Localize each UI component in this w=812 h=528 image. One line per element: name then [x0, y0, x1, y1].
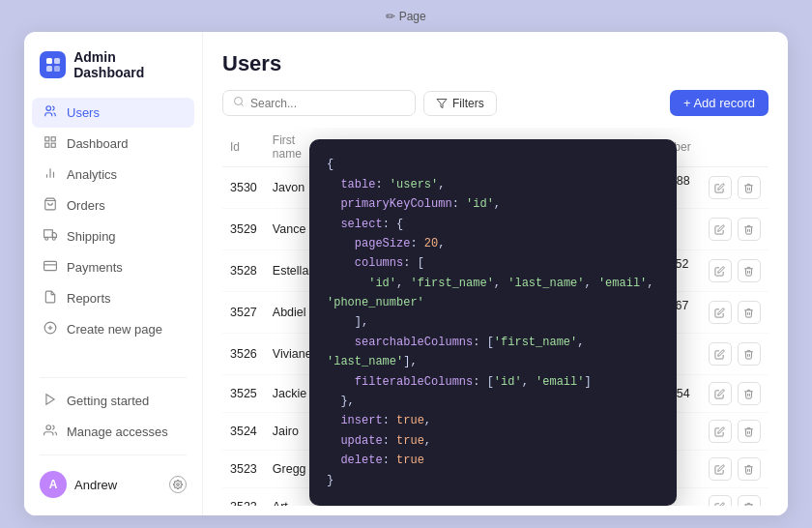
delete-icon[interactable]	[738, 218, 761, 241]
cell-id: 3525	[222, 375, 265, 413]
sidebar-item-manage-accesses[interactable]: Manage accesses	[32, 417, 194, 447]
svg-line-25	[241, 103, 243, 105]
cell-actions	[701, 250, 768, 292]
cell-actions	[701, 334, 768, 375]
filters-label: Filters	[452, 97, 484, 110]
logo-icon	[40, 51, 66, 78]
search-box[interactable]	[222, 90, 416, 116]
sidebar-item-analytics-label: Analytics	[67, 167, 117, 182]
sidebar-nav: Users Dashboard Analytics	[24, 98, 202, 369]
reports-icon	[42, 290, 59, 307]
cell-id: 3526	[222, 334, 265, 375]
edit-icon[interactable]	[709, 218, 732, 241]
sidebar-item-orders[interactable]: Orders	[32, 191, 194, 220]
edit-icon[interactable]	[709, 301, 732, 324]
cell-actions	[701, 209, 768, 250]
delete-icon[interactable]	[738, 176, 761, 199]
delete-icon[interactable]	[738, 495, 761, 506]
sidebar-item-users-label: Users	[67, 105, 100, 120]
sidebar-user: A Andrew	[24, 463, 202, 506]
sidebar-item-reports-label: Reports	[67, 291, 111, 306]
sidebar-bottom-divider	[40, 455, 187, 455]
svg-rect-3	[54, 66, 60, 72]
delete-icon[interactable]	[738, 382, 761, 405]
dashboard-icon	[42, 135, 59, 152]
cell-actions	[701, 375, 768, 413]
username: Andrew	[74, 478, 161, 492]
settings-icon[interactable]	[169, 476, 187, 493]
cell-id: 3524	[222, 413, 265, 451]
shipping-icon	[42, 228, 59, 245]
col-actions	[701, 128, 768, 167]
getting-started-icon	[42, 393, 59, 409]
edit-icon[interactable]	[709, 176, 732, 199]
sidebar-item-payments-label: Payments	[67, 260, 123, 275]
toolbar: Filters + Add record	[222, 90, 768, 116]
cell-actions	[701, 488, 768, 507]
sidebar: Admin Dashboard Users Dashboard	[24, 32, 203, 515]
svg-marker-26	[437, 99, 447, 107]
cell-id: 3527	[222, 292, 265, 334]
sidebar-item-analytics[interactable]: Analytics	[32, 160, 194, 190]
avatar: A	[40, 471, 67, 498]
manage-accesses-icon	[42, 424, 59, 440]
edit-icon[interactable]	[709, 342, 732, 366]
search-icon	[233, 96, 245, 110]
sidebar-item-shipping[interactable]: Shipping	[32, 221, 194, 251]
delete-icon[interactable]	[738, 342, 761, 366]
sidebar-item-getting-started[interactable]: Getting started	[32, 386, 194, 416]
add-record-label: + Add record	[683, 96, 755, 110]
sidebar-item-reports[interactable]: Reports	[32, 283, 194, 313]
sidebar-item-dashboard-label: Dashboard	[67, 136, 129, 151]
svg-rect-0	[46, 58, 52, 64]
svg-rect-6	[51, 137, 55, 141]
svg-point-15	[52, 237, 55, 240]
sidebar-item-getting-started-label: Getting started	[67, 394, 149, 408]
filters-button[interactable]: Filters	[423, 91, 497, 116]
content-area: Users Filters + Add record	[203, 32, 788, 515]
outer-container: ✏ Page Admin Dashboard	[0, 0, 812, 528]
sidebar-item-shipping-label: Shipping	[67, 229, 116, 244]
edit-icon[interactable]	[709, 259, 732, 282]
add-record-button[interactable]: + Add record	[670, 90, 768, 116]
svg-rect-8	[51, 143, 55, 147]
sidebar-item-users[interactable]: Users	[32, 98, 194, 128]
analytics-icon	[42, 166, 59, 183]
main-container: Admin Dashboard Users Dashboard	[24, 32, 788, 515]
delete-icon[interactable]	[738, 457, 761, 481]
sidebar-item-create-label: Create new page	[67, 322, 162, 337]
sidebar-item-orders-label: Orders	[67, 198, 105, 213]
svg-rect-16	[44, 261, 57, 270]
content-header: Users	[222, 51, 768, 76]
edit-icon[interactable]	[709, 382, 732, 405]
cell-actions	[701, 413, 768, 451]
cell-id: 3528	[222, 250, 265, 292]
svg-rect-2	[46, 66, 52, 72]
svg-point-22	[46, 425, 51, 430]
delete-icon[interactable]	[738, 301, 761, 324]
edit-icon[interactable]	[709, 420, 732, 443]
page-title: Users	[222, 51, 281, 76]
cell-actions	[701, 292, 768, 334]
code-popup: { table: 'users', primaryKeyColumn: 'id'…	[309, 139, 677, 506]
svg-rect-7	[45, 143, 49, 147]
search-input[interactable]	[250, 97, 405, 110]
sidebar-item-manage-accesses-label: Manage accesses	[67, 425, 168, 439]
cell-id: 3530	[222, 167, 265, 209]
cell-actions	[701, 451, 768, 488]
col-id: Id	[222, 128, 265, 167]
svg-point-23	[177, 484, 180, 486]
delete-icon[interactable]	[738, 259, 761, 282]
cell-actions	[701, 167, 768, 209]
delete-icon[interactable]	[738, 420, 761, 443]
edit-icon[interactable]	[709, 495, 732, 506]
svg-rect-1	[54, 58, 60, 64]
edit-icon[interactable]	[709, 457, 732, 481]
create-icon	[42, 321, 59, 337]
sidebar-item-dashboard[interactable]: Dashboard	[32, 129, 194, 159]
cell-id: 3522	[222, 488, 265, 507]
sidebar-item-create[interactable]: Create new page	[32, 314, 194, 344]
cell-id: 3523	[222, 451, 265, 488]
svg-point-14	[45, 237, 48, 240]
sidebar-item-payments[interactable]: Payments	[32, 252, 194, 282]
